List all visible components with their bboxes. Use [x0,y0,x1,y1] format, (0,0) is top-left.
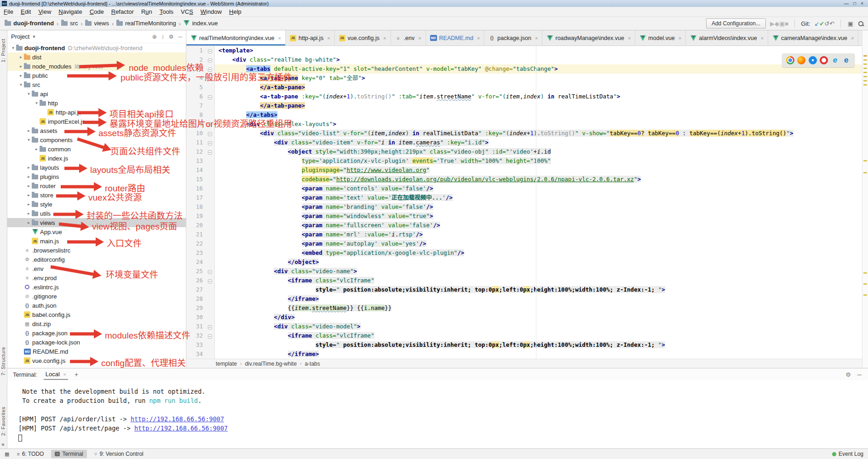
code-line-28[interactable]: 28 </iframe> [186,294,862,304]
tree-item-importExcel.js[interactable]: JSimportExcel.js [7,117,186,126]
fold-marker[interactable]: − [206,55,215,64]
close-icon[interactable]: × [327,35,330,41]
chevron-right-icon[interactable]: ▸ [26,174,32,179]
chevron-right-icon[interactable]: ▸ [18,55,24,59]
close-icon[interactable]: × [418,35,421,41]
code-line-26[interactable]: 26− <iframe class="vlcIframe" [186,276,862,285]
opera-icon[interactable] [820,56,828,64]
breadcrumb-item-views[interactable]: views [85,20,109,27]
maximize-button[interactable]: □ [853,1,856,6]
menu-item-code[interactable]: Code [86,8,108,15]
close-icon[interactable]: × [628,35,631,41]
chevron-down-icon[interactable]: ▾ [26,138,32,142]
chevron-right-icon[interactable]: ▸ [26,193,32,197]
code-line-16[interactable]: 16 <param name='controls' value='false'/… [186,184,862,193]
close-icon[interactable]: × [535,35,538,41]
chevron-right-icon[interactable]: ▸ [26,211,32,216]
stripe-mark[interactable] [863,76,867,77]
editor-tab-roadwayManage-index.vue[interactable]: roadwayManage\index.vue× [542,30,635,46]
code-line-33[interactable]: 33 style=" position:absolute;visibility:… [186,340,862,350]
code-line-1[interactable]: 1−<template> [186,46,862,55]
code-line-18[interactable]: 18 <param name='branding' value='false'/… [186,202,862,212]
code-line-5[interactable]: 5 </a-tab-pane> [186,83,862,92]
tree-item-.gitignore[interactable]: ⊘.gitignore [7,292,186,301]
fold-marker[interactable]: − [206,74,215,83]
code-line-6[interactable]: 6− <a-tab-pane :key="(index+1).toString(… [186,92,862,101]
stripe-mark[interactable] [863,84,867,86]
code-line-13[interactable]: 13 type='application/x-vlc-plugin' event… [186,156,862,166]
fold-marker[interactable]: − [206,46,215,55]
code-line-32[interactable]: 32− <iframe class="vlcIframe" [186,331,862,340]
tool-window-switcher-icon[interactable]: ▦ [5,451,9,457]
tree-item-store[interactable]: ▸store [7,190,186,200]
terminal-link[interactable]: http://192.168.66.56:9007 [134,425,228,432]
code-line-34[interactable]: 34 </iframe> [186,350,862,359]
chevron-right-icon[interactable]: ▸ [26,184,32,188]
git-rollback-icon[interactable]: ↶ [829,20,834,27]
editor-tab-README.md[interactable]: MDREADME.md× [426,30,485,46]
chevron-right-icon[interactable]: ▸ [26,128,32,133]
new-terminal-button[interactable]: + [75,371,78,378]
gear-icon[interactable]: ⚙ [845,371,851,378]
menu-item-help[interactable]: Help [225,8,245,15]
menu-item-window[interactable]: Window [197,8,225,15]
menu-item-file[interactable]: File [0,8,17,15]
close-icon[interactable]: × [477,35,480,41]
hide-icon[interactable]: ─ [178,34,182,40]
code-line-10[interactable]: 10− <div class="video-list" v-for="(item… [186,129,862,138]
terminal-output[interactable]: Note that the development build is not o… [7,380,868,442]
statusbar-event-log[interactable]: Event Log [832,451,863,457]
close-icon[interactable]: × [761,35,764,41]
chrome-icon[interactable] [786,56,794,64]
editor-tab-vue.config.js[interactable]: JSvue.config.js× [335,30,391,46]
tree-item-auth.json[interactable]: {}auth.json [7,301,186,310]
tree-item-http[interactable]: ▾http [7,98,186,108]
add-configuration-button[interactable]: Add Configuration... [706,18,766,29]
search-everywhere-icon[interactable] [858,21,863,26]
chevron-right-icon[interactable]: ▸ [18,73,24,78]
menu-item-edit[interactable]: Edit [17,8,34,15]
edge-icon[interactable]: e [842,56,851,64]
menu-item-tools[interactable]: Tools [156,8,177,15]
tree-item-assets[interactable]: ▸assets [7,126,186,135]
tree-item-dist.zip[interactable]: ▦dist.zip [7,319,186,328]
tree-item-package-lock.json[interactable]: {}package-lock.json [7,338,186,347]
tree-item-api[interactable]: ▾api [7,89,186,98]
editor-tab-model.vue[interactable]: model.vue× [635,30,686,46]
statusbar-9-version-control[interactable]: ⑂9: Version Control [94,451,144,457]
close-icon[interactable]: × [278,35,281,41]
ie-icon[interactable]: e [831,56,839,64]
tree-item-babel.config.js[interactable]: JSbabel.config.js [7,310,186,319]
fold-marker[interactable]: − [206,267,215,276]
chevron-down-icon[interactable]: ▾ [18,82,24,87]
stripe-mark[interactable] [863,72,867,73]
stripe-mark[interactable] [863,283,867,285]
tool-window-button-favorites[interactable]: 2: Favorites [0,407,6,436]
coverage-icon[interactable]: ▣ [779,20,785,27]
code-line-8[interactable]: 8 </a-tabs> [186,110,862,120]
code-editor[interactable]: 1−<template>2− <div class="realTime bg-w… [186,46,862,359]
code-line-19[interactable]: 19 <param name="windowless" value="true"… [186,212,862,221]
tree-item-utils[interactable]: ▸utils [7,209,186,218]
menu-item-run[interactable]: Run [138,8,156,15]
tree-item-README.md[interactable]: MDREADME.md [7,347,186,356]
editor-breadcrumb-template[interactable]: template [216,361,237,367]
code-line-2[interactable]: 2− <div class="realTime bg-white"> [186,55,862,64]
error-stripe[interactable] [862,30,868,368]
firefox-icon[interactable] [797,56,805,64]
chevron-right-icon[interactable]: ▸ [26,202,32,207]
code-line-11[interactable]: 11− <div class="video-item" v-for="i in … [186,138,862,147]
safari-icon[interactable] [809,56,817,64]
code-line-29[interactable]: 29 {{item.streetName}} {{i.name}} [186,304,862,313]
code-line-4[interactable]: 4− <a-tab-pane key="0" tab="全部"> [186,74,862,83]
tree-item-common[interactable]: ▸common [7,144,186,154]
tree-item-.editorconfig[interactable]: ⚙.editorconfig [7,255,186,264]
editor-breadcrumb-div.realTime.bg-white[interactable]: div.realTime.bg-white [245,361,297,367]
tree-item-vue.config.js[interactable]: JSvue.config.js [7,356,186,365]
code-line-12[interactable]: 12− <object style="width:390px;height:21… [186,147,862,156]
tree-item-public[interactable]: ▸public [7,71,186,80]
tree-item-router[interactable]: ▸router [7,181,186,190]
tree-item-duoji-frontend[interactable]: ▾duoji-frontendD:\zheheWeb\duoji-fronten… [7,43,186,52]
tree-item-components[interactable]: ▾components [7,135,186,144]
ui-toggle-icon[interactable]: ▣ [847,20,854,27]
